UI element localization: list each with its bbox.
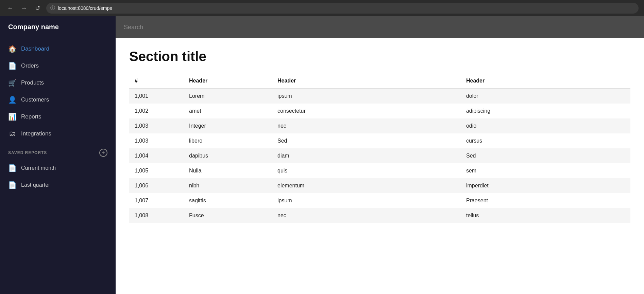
sidebar: Company name 🏠 Dashboard 📄 Orders 🛒 Prod… [0,16,116,294]
section-title: Section title [129,49,630,64]
table-cell: consectetur [272,104,461,118]
cart-icon: 🛒 [8,79,16,87]
table-cell: quis [272,163,461,178]
table-cell: dolor [461,88,630,104]
table-cell: libero [184,133,272,148]
table-row: 1,002ametconsecteturadipiscing [129,104,630,118]
browser-chrome: ← → ↺ ⓘ localhost:8080/crud/emps [0,0,644,16]
table-cell: Praesent [461,193,630,208]
sidebar-item-label: Dashboard [21,45,49,52]
add-saved-report-button[interactable]: + [99,149,107,157]
reload-button[interactable]: ↺ [33,3,42,13]
report-doc-icon-2: 📄 [8,181,16,189]
table-cell: tellus [461,208,630,223]
table-cell: imperdiet [461,178,630,193]
sidebar-item-reports[interactable]: 📊 Reports [0,108,116,125]
table-cell: ipsum [272,193,461,208]
saved-reports-section: Saved Reports + [0,142,116,160]
url-text: localhost:8080/crud/emps [58,5,112,11]
orders-icon: 📄 [8,62,16,70]
forward-button[interactable]: → [19,3,29,13]
home-icon: 🏠 [8,45,16,53]
col-header-2: Header [272,74,461,88]
col-header-id: # [129,74,184,88]
app-container: Company name 🏠 Dashboard 📄 Orders 🛒 Prod… [0,16,644,294]
table-cell: Sed [272,133,461,148]
content-area: Section title # Header Header Header 1,0… [116,38,644,294]
table-cell: cursus [461,133,630,148]
table-row: 1,003liberoSedcursus [129,133,630,148]
sidebar-item-orders[interactable]: 📄 Orders [0,57,116,74]
back-button[interactable]: ← [5,3,15,13]
table-cell: sem [461,163,630,178]
table-cell: odio [461,118,630,133]
integrations-icon: 🗂 [8,130,16,137]
report-doc-icon-1: 📄 [8,164,16,172]
col-header-3: Header [461,74,630,88]
sidebar-item-label: Integrations [21,130,51,137]
table-cell: nec [272,208,461,223]
sidebar-item-dashboard[interactable]: 🏠 Dashboard [0,40,116,57]
saved-reports-label: Saved Reports [8,150,47,155]
table-row: 1,006nibhelementumimperdiet [129,178,630,193]
table-row: 1,008Fuscenectellus [129,208,630,223]
table-cell: nibh [184,178,272,193]
table-row: 1,007sagittisipsumPraesent [129,193,630,208]
table-cell: amet [184,104,272,118]
reports-icon: 📊 [8,113,16,121]
table-cell: elementum [272,178,461,193]
table-cell: 1,008 [129,208,184,223]
table-cell: 1,002 [129,104,184,118]
table-cell: 1,004 [129,148,184,163]
table-cell: Fusce [184,208,272,223]
table-cell: sagittis [184,193,272,208]
table-cell: Sed [461,148,630,163]
sidebar-nav: 🏠 Dashboard 📄 Orders 🛒 Products 👤 Custom… [0,38,116,196]
sidebar-item-label: Reports [21,113,41,120]
sidebar-item-label: Current month [21,165,56,171]
sidebar-item-label: Products [21,79,44,86]
sidebar-brand: Company name [0,16,116,38]
table-cell: 1,001 [129,88,184,104]
table-cell: adipiscing [461,104,630,118]
col-header-1: Header [184,74,272,88]
main-content: Section title # Header Header Header 1,0… [116,16,644,294]
sidebar-item-current-month[interactable]: 📄 Current month [0,160,116,177]
sidebar-item-last-quarter[interactable]: 📄 Last quarter [0,177,116,194]
sidebar-item-label: Orders [21,62,39,69]
table-cell: 1,005 [129,163,184,178]
table-cell: ipsum [272,88,461,104]
customers-icon: 👤 [8,96,16,104]
table-cell: 1,003 [129,133,184,148]
table-cell: 1,007 [129,193,184,208]
table-cell: nec [272,118,461,133]
table-cell: Nulla [184,163,272,178]
table-cell: diam [272,148,461,163]
url-bar[interactable]: ⓘ localhost:8080/crud/emps [46,3,639,14]
sidebar-item-products[interactable]: 🛒 Products [0,74,116,91]
table-cell: 1,003 [129,118,184,133]
table-row: 1,003Integernecodio [129,118,630,133]
table-header-row: # Header Header Header [129,74,630,88]
table-cell: Lorem [184,88,272,104]
search-input[interactable] [124,24,636,31]
sidebar-item-customers[interactable]: 👤 Customers [0,91,116,108]
info-icon: ⓘ [50,5,55,11]
data-table: # Header Header Header 1,001Loremipsumdo… [129,74,630,223]
table-row: 1,004dapibusdiamSed [129,148,630,163]
sidebar-item-label: Customers [21,96,49,103]
table-row: 1,005Nullaquissem [129,163,630,178]
sidebar-item-label: Last quarter [21,182,50,188]
table-cell: dapibus [184,148,272,163]
table-row: 1,001Loremipsumdolor [129,88,630,104]
table-cell: 1,006 [129,178,184,193]
table-cell: Integer [184,118,272,133]
top-bar [116,16,644,38]
sidebar-item-integrations[interactable]: 🗂 Integrations [0,125,116,142]
